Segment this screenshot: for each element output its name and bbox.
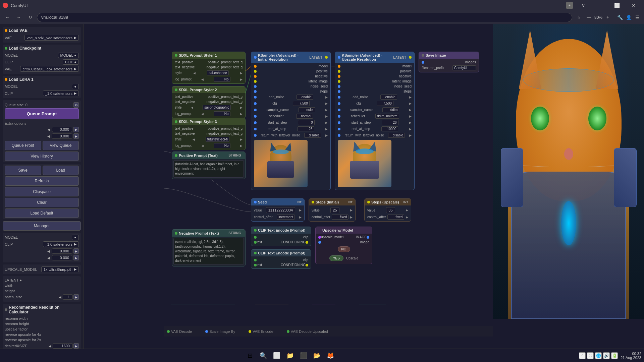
sdxl1-neg-out-label: negative_prompt_text_g [207,65,243,69]
canvas-area[interactable]: SDXL Prompt Styler 1 text_positive posit… [84,24,644,349]
ksampler-init-start-btn[interactable]: ▶ [325,121,328,124]
upscale-no-btn[interactable]: NO [338,246,350,252]
taskbar-firefox-btn[interactable]: 🦊 [325,350,336,361]
desired-x-right[interactable]: ▶ [73,343,79,349]
ksampler-init-sched-btn[interactable]: ▶ [325,115,328,118]
sdxl1-style-right[interactable]: ▶ [240,71,243,75]
ksampler-upscale-start-btn[interactable]: ▶ [409,121,412,124]
taskbar-folder-btn[interactable]: 📂 [312,350,322,361]
more-windows-btn[interactable]: ∨ [576,0,591,11]
desired-x-controls: ◀ 1600 ▶ [48,343,79,349]
new-tab-btn[interactable]: + [566,2,573,9]
steps-upscale-control-btn[interactable]: ▶ [406,216,408,219]
taskbar-terminal-btn[interactable]: ⬛ [298,350,309,361]
ksampler-upscale-end-btn[interactable]: ▶ [409,127,412,131]
sdxl3-log-left[interactable]: ◀ [201,144,204,147]
clipspace-btn[interactable]: Clipspace [5,187,79,196]
extra-val2-arrow[interactable]: ▶ [73,133,79,139]
view-history-btn[interactable]: View History [5,152,79,161]
tray-volume-btn[interactable]: 🔊 [603,352,610,359]
seed-control-btn[interactable]: ▶ [299,216,302,219]
extra-val1-toggle[interactable]: ◀ [47,128,51,131]
vae-connector-box[interactable]: vae_n.sdxl_vae.safetensors ▶ [24,35,79,41]
sdxl3-style-left[interactable]: ◀ [193,138,195,141]
ksampler-upscale-cfg-btn[interactable]: ▶ [409,102,412,105]
vae-decode-label: VAE Decode [167,329,192,334]
steps-upscale-value-btn[interactable]: ▶ [406,208,408,212]
menu-btn[interactable]: ☰ [633,13,641,21]
sdxl2-log-right[interactable]: ▶ [240,112,243,116]
desired-x-left[interactable]: ◀ [48,344,52,348]
ksampler-init-return-btn[interactable]: ▶ [325,134,328,137]
save-filename-input[interactable] [452,65,476,70]
upscale-yes-btn[interactable]: YES [329,255,343,261]
zoom-out-btn[interactable]: — [584,13,594,22]
url-bar[interactable] [37,13,572,22]
minimize-btn[interactable]: — [592,0,608,11]
lora2-val4-left[interactable]: ◀ [47,256,51,260]
tray-network-btn[interactable]: 🌐 [595,352,602,359]
ksampler-upscale-return-btn[interactable]: ▶ [409,134,412,137]
bookmark-btn[interactable]: ☆ [574,13,584,22]
zoom-in-btn[interactable]: + [603,13,612,22]
view-queue-btn[interactable]: View Queue [43,141,79,150]
sdxl1-log-left[interactable]: ◀ [201,78,204,81]
sdxl2-style-left[interactable]: ◀ [191,106,193,109]
close-btn[interactable]: ✕ [626,0,641,11]
ksampler-upscale-sched-btn[interactable]: ▶ [409,115,412,118]
ksampler-init-sampler-btn[interactable]: ▶ [325,108,328,112]
ksampler-upscale-sampler-btn[interactable]: ▶ [409,108,412,112]
profile-btn[interactable]: 👤 [625,13,633,21]
seed-value-btn[interactable]: ▶ [299,208,302,212]
tray-battery-btn[interactable]: 🔋 [611,352,618,359]
maximize-btn[interactable]: ⬜ [609,0,625,11]
negative-prompt-text[interactable]: (semi-realistic, cgi, 2.5d, 3d:1.3), (an… [173,238,244,265]
sdxl3-style-right[interactable]: ▶ [240,138,243,141]
sdxl3-log-right[interactable]: ▶ [240,144,243,147]
lora2-val3-left[interactable]: ◀ [47,249,51,253]
manager-btn[interactable]: Manager [3,221,81,231]
queue-prompt-btn[interactable]: Queue Prompt [5,108,79,119]
tray-bluetooth-btn[interactable]: ⬡ [587,352,594,359]
positive-prompt-text[interactable]: (futuristic AI cat, half organic half ro… [173,160,244,178]
refresh-btn-sidebar[interactable]: Refresh [5,176,79,186]
steps-initial-control-btn[interactable]: ▶ [350,216,353,219]
taskbar-windows-btn[interactable]: ⊞ [245,350,255,361]
lora2-val3-right[interactable]: ▶ [73,248,79,254]
ksampler-init-addnoise-btn[interactable]: ▶ [325,96,328,99]
taskbar-files-btn[interactable]: 📁 [285,350,296,361]
tray-expand-btn[interactable]: ^ [579,352,586,359]
sdxl2-style-right[interactable]: ▶ [240,106,243,109]
lora2-val4-right[interactable]: ▶ [73,255,79,260]
clear-btn[interactable]: Clear [5,198,79,207]
ksampler-upscale-sampler-port [338,109,340,111]
ksampler-init-end-btn[interactable]: ▶ [325,127,328,131]
queue-front-btn[interactable]: Queue Front [5,141,41,150]
ksampler-upscale-addnoise-btn[interactable]: ▶ [409,96,412,99]
extra-val1-arrow[interactable]: ▶ [73,127,79,132]
lora-clip-connector[interactable]: _1.0.safetensors ▶ [43,90,79,96]
queue-settings-btn[interactable]: ⚙ [73,102,79,108]
sdxl1-style-left[interactable]: ◀ [193,71,196,75]
ksampler-init-cfg-btn[interactable]: ▶ [325,102,328,105]
forward-btn[interactable]: → [14,13,23,22]
upscale-model-conn[interactable]: 1x-UltraSharp.pth ▶ [41,266,79,272]
vae-connector2[interactable]: critik.ClearXL_cc4.safetensors ▶ [20,66,79,72]
batch-right[interactable]: ▶ [73,294,79,300]
sdxl1-log-right[interactable]: ▶ [240,78,243,81]
batch-left[interactable]: ◀ [58,295,62,299]
lora2-clip-conn[interactable]: _1.0.safetensors ▶ [43,241,79,247]
extensions-btn[interactable]: 🔧 [616,13,624,21]
taskbar-clock[interactable]: 00:32 21 Aug 2023 [621,352,641,360]
load-btn[interactable]: Load [43,166,79,175]
extra-val2-toggle[interactable]: ◀ [47,134,51,138]
ksampler-upscale-model-row: model [336,64,413,68]
sdxl2-log-left[interactable]: ◀ [201,112,204,116]
refresh-btn[interactable]: ↻ [25,13,35,22]
taskbar-taskview-btn[interactable]: ⬜ [271,350,282,361]
save-btn[interactable]: Save [5,166,41,175]
back-btn[interactable]: ← [3,13,12,22]
taskbar-search-btn[interactable]: 🔍 [258,350,269,361]
load-default-btn[interactable]: Load Default [5,208,79,218]
steps-initial-value-btn[interactable]: ▶ [350,208,353,212]
